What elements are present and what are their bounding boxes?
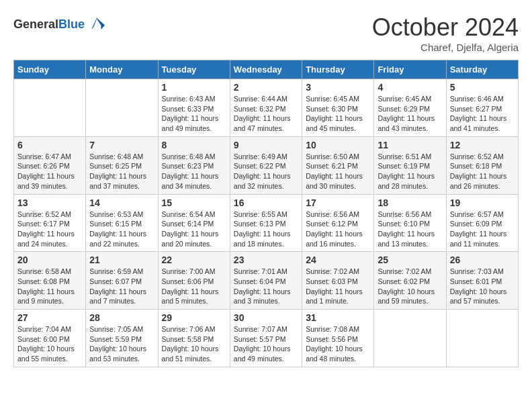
calendar-cell: 19Sunrise: 6:57 AMSunset: 6:09 PMDayligh… — [446, 194, 518, 252]
week-row-5: 27Sunrise: 7:04 AMSunset: 6:00 PMDayligh… — [14, 310, 519, 367]
calendar-cell: 12Sunrise: 6:52 AMSunset: 6:18 PMDayligh… — [446, 136, 518, 194]
day-info: Sunrise: 7:03 AMSunset: 6:01 PMDaylight:… — [450, 267, 515, 306]
week-row-3: 13Sunrise: 6:52 AMSunset: 6:17 PMDayligh… — [14, 194, 519, 252]
day-info: Sunrise: 6:54 AMSunset: 6:14 PMDaylight:… — [162, 210, 226, 249]
day-number: 3 — [306, 82, 370, 93]
day-info: Sunrise: 6:46 AMSunset: 6:27 PMDaylight:… — [450, 94, 515, 134]
weekday-header-sunday: Sunday — [14, 60, 86, 79]
day-number: 29 — [162, 312, 226, 323]
day-info: Sunrise: 6:52 AMSunset: 6:17 PMDaylight:… — [17, 210, 82, 249]
day-info: Sunrise: 6:57 AMSunset: 6:09 PMDaylight:… — [450, 210, 515, 249]
day-number: 13 — [17, 197, 82, 208]
day-number: 28 — [89, 312, 154, 323]
weekday-header-tuesday: Tuesday — [158, 60, 230, 79]
day-number: 18 — [378, 197, 442, 208]
logo-blue: Blue — [58, 17, 85, 31]
day-number: 7 — [89, 140, 154, 150]
calendar-cell: 28Sunrise: 7:05 AMSunset: 5:59 PMDayligh… — [86, 310, 158, 367]
day-info: Sunrise: 7:07 AMSunset: 5:57 PMDaylight:… — [234, 324, 298, 364]
calendar-cell — [86, 79, 158, 137]
day-info: Sunrise: 6:48 AMSunset: 6:25 PMDaylight:… — [89, 152, 154, 191]
calendar-cell: 8Sunrise: 6:48 AMSunset: 6:23 PMDaylight… — [158, 136, 230, 194]
weekday-header-saturday: Saturday — [446, 60, 518, 79]
day-number: 21 — [89, 255, 154, 265]
day-info: Sunrise: 7:02 AMSunset: 6:03 PMDaylight:… — [306, 267, 370, 306]
day-info: Sunrise: 6:56 AMSunset: 6:10 PMDaylight:… — [378, 210, 442, 249]
day-number: 20 — [17, 255, 82, 265]
day-info: Sunrise: 6:56 AMSunset: 6:12 PMDaylight:… — [306, 210, 370, 249]
day-info: Sunrise: 6:53 AMSunset: 6:15 PMDaylight:… — [89, 210, 154, 249]
day-info: Sunrise: 6:45 AMSunset: 6:30 PMDaylight:… — [306, 94, 370, 134]
calendar-cell: 27Sunrise: 7:04 AMSunset: 6:00 PMDayligh… — [14, 310, 86, 367]
calendar-table: SundayMondayTuesdayWednesdayThursdayFrid… — [13, 60, 519, 367]
day-number: 16 — [234, 197, 298, 208]
weekday-header-row: SundayMondayTuesdayWednesdayThursdayFrid… — [14, 60, 519, 79]
calendar-cell: 31Sunrise: 7:08 AMSunset: 5:56 PMDayligh… — [302, 310, 374, 367]
day-info: Sunrise: 6:50 AMSunset: 6:21 PMDaylight:… — [306, 152, 370, 191]
calendar-cell: 5Sunrise: 6:46 AMSunset: 6:27 PMDaylight… — [446, 79, 518, 137]
calendar-cell: 18Sunrise: 6:56 AMSunset: 6:10 PMDayligh… — [374, 194, 446, 252]
weekday-header-monday: Monday — [86, 60, 158, 79]
calendar-cell: 30Sunrise: 7:07 AMSunset: 5:57 PMDayligh… — [230, 310, 302, 367]
day-number: 4 — [378, 82, 442, 93]
day-number: 6 — [17, 140, 82, 150]
calendar-cell — [374, 310, 446, 367]
day-info: Sunrise: 7:08 AMSunset: 5:56 PMDaylight:… — [306, 324, 370, 364]
day-info: Sunrise: 6:45 AMSunset: 6:29 PMDaylight:… — [378, 94, 442, 134]
calendar-cell: 13Sunrise: 6:52 AMSunset: 6:17 PMDayligh… — [14, 194, 86, 252]
day-number: 10 — [306, 140, 370, 150]
calendar-cell: 26Sunrise: 7:03 AMSunset: 6:01 PMDayligh… — [446, 252, 518, 310]
day-number: 11 — [378, 140, 442, 150]
day-number: 8 — [162, 140, 226, 150]
calendar-cell: 7Sunrise: 6:48 AMSunset: 6:25 PMDaylight… — [86, 136, 158, 194]
day-info: Sunrise: 6:48 AMSunset: 6:23 PMDaylight:… — [162, 152, 226, 191]
day-number: 14 — [89, 197, 154, 208]
weekday-header-thursday: Thursday — [302, 60, 374, 79]
day-info: Sunrise: 6:52 AMSunset: 6:18 PMDaylight:… — [450, 152, 515, 191]
weekday-header-wednesday: Wednesday — [230, 60, 302, 79]
day-info: Sunrise: 6:44 AMSunset: 6:32 PMDaylight:… — [234, 94, 298, 134]
calendar-cell: 23Sunrise: 7:01 AMSunset: 6:04 PMDayligh… — [230, 252, 302, 310]
logo: GeneralBlue — [13, 13, 107, 35]
calendar-cell — [446, 310, 518, 367]
day-info: Sunrise: 6:49 AMSunset: 6:22 PMDaylight:… — [234, 152, 298, 191]
weekday-header-friday: Friday — [374, 60, 446, 79]
calendar-cell: 22Sunrise: 7:00 AMSunset: 6:06 PMDayligh… — [158, 252, 230, 310]
day-number: 15 — [162, 197, 226, 208]
calendar-cell: 4Sunrise: 6:45 AMSunset: 6:29 PMDaylight… — [374, 79, 446, 137]
logo-icon — [86, 13, 107, 35]
day-number: 25 — [378, 255, 442, 265]
day-info: Sunrise: 6:47 AMSunset: 6:26 PMDaylight:… — [17, 152, 82, 191]
calendar-cell: 16Sunrise: 6:55 AMSunset: 6:13 PMDayligh… — [230, 194, 302, 252]
day-number: 24 — [306, 255, 370, 265]
day-number: 12 — [450, 140, 515, 150]
day-number: 30 — [234, 312, 298, 323]
day-number: 17 — [306, 197, 370, 208]
day-number: 2 — [234, 82, 298, 93]
day-number: 19 — [450, 197, 515, 208]
week-row-1: 1Sunrise: 6:43 AMSunset: 6:33 PMDaylight… — [14, 79, 519, 137]
month-title: October 2024 — [372, 13, 519, 42]
week-row-4: 20Sunrise: 6:58 AMSunset: 6:08 PMDayligh… — [14, 252, 519, 310]
calendar-cell: 29Sunrise: 7:06 AMSunset: 5:58 PMDayligh… — [158, 310, 230, 367]
calendar-cell: 25Sunrise: 7:02 AMSunset: 6:02 PMDayligh… — [374, 252, 446, 310]
calendar-cell: 24Sunrise: 7:02 AMSunset: 6:03 PMDayligh… — [302, 252, 374, 310]
day-number: 22 — [162, 255, 226, 265]
day-number: 23 — [234, 255, 298, 265]
day-info: Sunrise: 7:04 AMSunset: 6:00 PMDaylight:… — [17, 324, 82, 364]
title-block: October 2024 Charef, Djelfa, Algeria — [372, 13, 519, 53]
calendar-cell: 14Sunrise: 6:53 AMSunset: 6:15 PMDayligh… — [86, 194, 158, 252]
calendar-cell: 21Sunrise: 6:59 AMSunset: 6:07 PMDayligh… — [86, 252, 158, 310]
calendar-cell — [14, 79, 86, 137]
calendar-cell: 15Sunrise: 6:54 AMSunset: 6:14 PMDayligh… — [158, 194, 230, 252]
day-info: Sunrise: 6:51 AMSunset: 6:19 PMDaylight:… — [378, 152, 442, 191]
logo-general: General — [13, 17, 58, 31]
day-info: Sunrise: 6:59 AMSunset: 6:07 PMDaylight:… — [89, 267, 154, 306]
calendar-cell: 17Sunrise: 6:56 AMSunset: 6:12 PMDayligh… — [302, 194, 374, 252]
day-number: 9 — [234, 140, 298, 150]
calendar-cell: 3Sunrise: 6:45 AMSunset: 6:30 PMDaylight… — [302, 79, 374, 137]
day-info: Sunrise: 7:06 AMSunset: 5:58 PMDaylight:… — [162, 324, 226, 364]
day-info: Sunrise: 7:01 AMSunset: 6:04 PMDaylight:… — [234, 267, 298, 306]
calendar-cell: 20Sunrise: 6:58 AMSunset: 6:08 PMDayligh… — [14, 252, 86, 310]
day-number: 26 — [450, 255, 515, 265]
